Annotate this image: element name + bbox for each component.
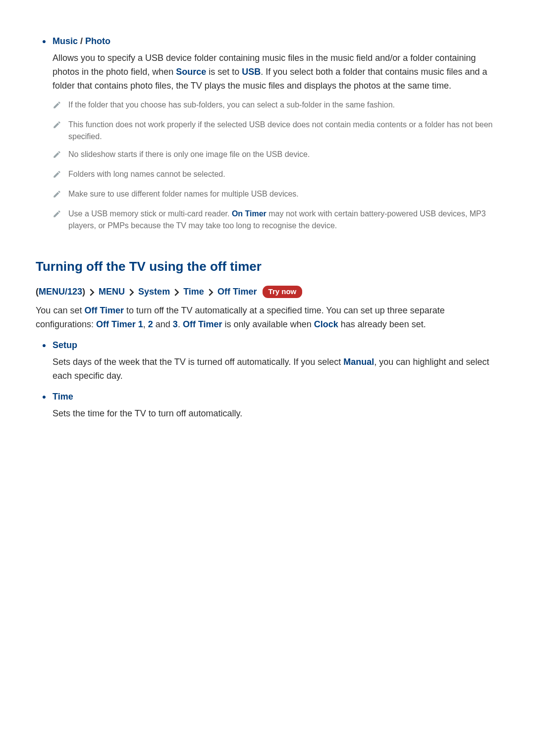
crumb-system: System (138, 287, 170, 297)
bullet-icon: ● (36, 339, 53, 352)
heading-time: ● Time (36, 390, 499, 403)
bullet-icon: ● (36, 390, 53, 403)
try-now-badge[interactable]: Try now (263, 286, 303, 298)
text: . (178, 319, 183, 329)
term-off-timer: Off Timer (183, 319, 222, 329)
crumb-off-timer: Off Timer (217, 287, 257, 297)
note-item: Make sure to use different folder names … (53, 188, 499, 202)
text: and (153, 319, 173, 329)
note-text: Make sure to use different folder names … (68, 188, 299, 200)
paren-close: ) (82, 287, 85, 297)
text: Use a USB memory stick or multi-card rea… (68, 209, 232, 218)
note-text: Folders with long names cannot be select… (68, 168, 225, 180)
pencil-icon (53, 100, 61, 113)
crumb-menu123: MENU/123 (39, 287, 82, 297)
label-setup: Setup (53, 339, 77, 352)
document-page: ● Music / Photo Allows you to specify a … (0, 0, 535, 441)
label-music: Music (53, 36, 78, 46)
note-item: No slideshow starts if there is only one… (53, 149, 499, 162)
music-photo-body: Allows you to specify a USB device folde… (53, 51, 499, 93)
text: is set to (206, 67, 242, 77)
setup-body: Sets days of the week that the TV is tur… (53, 355, 499, 383)
breadcrumb: (MENU/123) MENU System Time Off Timer Tr… (36, 285, 499, 298)
term-manual: Manual (343, 357, 374, 367)
note-text: This function does not work properly if … (68, 119, 499, 143)
chevron-right-icon (208, 289, 214, 296)
text: has already been set. (338, 319, 426, 329)
text: is only available when (222, 319, 314, 329)
note-item: If the folder that you choose has sub-fo… (53, 99, 499, 113)
term-off-timer-1: Off Timer 1 (96, 319, 143, 329)
term-clock: Clock (314, 319, 338, 329)
label-time: Time (53, 390, 73, 403)
note-item: This function does not work properly if … (53, 119, 499, 143)
note-text: No slideshow starts if there is only one… (68, 149, 310, 160)
pencil-icon (53, 209, 61, 222)
crumb-time: Time (183, 287, 204, 297)
term-off-timer: Off Timer (84, 305, 124, 315)
note-item: Folders with long names cannot be select… (53, 168, 499, 182)
term-off-timer-3: 3 (173, 319, 178, 329)
label-slash: / (78, 36, 85, 46)
heading-setup: ● Setup (36, 339, 499, 352)
text: Sets days of the week that the TV is tur… (53, 357, 343, 367)
music-photo-notes: If the folder that you choose has sub-fo… (36, 99, 499, 232)
section-heading-off-timer: Turning off the TV using the off timer (36, 257, 499, 276)
note-text: If the folder that you choose has sub-fo… (68, 99, 395, 111)
term-source: Source (176, 67, 206, 77)
text: , (143, 319, 148, 329)
pencil-icon (53, 150, 61, 162)
term-on-timer: On Timer (232, 209, 267, 218)
note-item: Use a USB memory stick or multi-card rea… (53, 208, 499, 232)
chevron-right-icon (174, 289, 179, 296)
bullet-icon: ● (36, 35, 53, 48)
note-text: Use a USB memory stick or multi-card rea… (68, 208, 499, 232)
time-body: Sets the time for the TV to turn off aut… (53, 407, 499, 421)
pencil-icon (53, 189, 61, 202)
crumb-menu: MENU (99, 287, 125, 297)
term-off-timer-2: 2 (148, 319, 153, 329)
label-photo: Photo (85, 36, 110, 46)
heading-music-photo: ● Music / Photo (36, 35, 499, 48)
chevron-right-icon (129, 289, 134, 296)
chevron-right-icon (89, 289, 95, 296)
off-timer-body: You can set Off Timer to turn off the TV… (36, 304, 499, 332)
pencil-icon (53, 120, 61, 133)
text: You can set (36, 305, 84, 315)
term-usb: USB (242, 67, 261, 77)
heading-music-photo-label: Music / Photo (53, 35, 110, 48)
pencil-icon (53, 169, 61, 182)
